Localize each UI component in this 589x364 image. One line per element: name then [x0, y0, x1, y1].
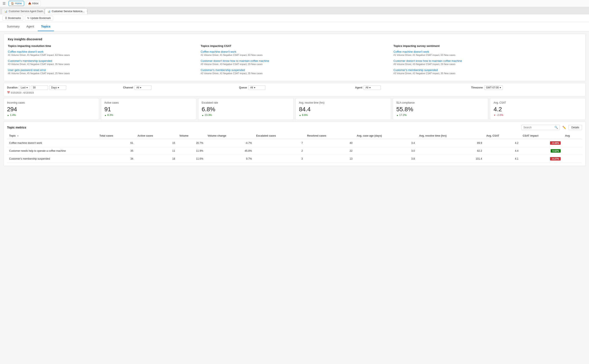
channel-label: Channel: [123, 86, 133, 89]
cell-resolved-1: 22: [305, 147, 355, 155]
insight-link-3-1[interactable]: Coffee machine doesn't work: [393, 50, 581, 53]
insights-grid: Topics impacting resolution time Coffee …: [8, 44, 581, 78]
cell-active-2: 18: [135, 155, 177, 163]
nav-summary[interactable]: Summary: [3, 22, 23, 31]
key-insights-title: Key insights discovered: [8, 38, 581, 41]
top-nav: Summary Agent Topics: [0, 22, 589, 31]
kpi-incoming-change-val: 1.4%: [10, 114, 16, 117]
kpi-incoming-change: ▲ 1.4%: [7, 114, 96, 117]
agent-select[interactable]: All ▾: [363, 85, 381, 90]
insight-item-3-3: Customer's membership suspended #3 Volum…: [393, 68, 581, 75]
channel-select[interactable]: All ▾: [135, 85, 151, 90]
col-active-cases: Active cases: [135, 133, 177, 139]
kpi-csat-arrow: ▼: [493, 114, 496, 116]
refresh-icon: ↻: [27, 17, 29, 20]
insight-link-1-3[interactable]: User gets password reset error: [8, 68, 196, 72]
duration-number: 30: [33, 86, 36, 89]
update-bookmark-button[interactable]: ↻ Update Bookmark: [25, 16, 53, 21]
cell-avg-1: [563, 147, 582, 155]
cell-vol-change-1: 45.8%: [205, 147, 254, 155]
cell-resolve-0: 89.9: [417, 139, 484, 147]
bookmarks-button[interactable]: ☰ Bookmarks: [3, 16, 23, 21]
insight-link-2-3[interactable]: Customer's membership suspended: [201, 68, 388, 72]
search-input[interactable]: [523, 126, 553, 129]
kpi-incoming-cases: Incoming cases 294 ▲ 1.4%: [3, 98, 99, 120]
cell-csat-impact-0: -0.44%: [521, 139, 563, 147]
col-avg-case-age: Avg. case age (days): [355, 133, 417, 139]
insight-item-2-3: Customer's membership suspended #3 Volum…: [201, 68, 388, 75]
details-button[interactable]: Details: [569, 125, 582, 130]
kpi-resolve-arrow: ▲: [299, 114, 301, 116]
topic-metrics-panel: Topic metrics 🔍 ✏️ Details Topic ▼ Total…: [3, 122, 586, 166]
nav-topics[interactable]: Topics: [38, 22, 54, 31]
insight-item-1-3: User gets password reset error #6 Volume…: [8, 68, 196, 75]
tab-icon-1: 📊: [5, 10, 7, 13]
duration-label: Duration: [7, 86, 18, 89]
edit-icon-button[interactable]: ✏️: [562, 125, 567, 130]
insights-col-csat: Topics impacting CSAT Coffee machine doe…: [201, 44, 388, 78]
kpi-active-change: ▲ 8.3%: [104, 114, 193, 117]
tab-agent-dash[interactable]: 📊 Customer Service Agent Dash...: [2, 8, 44, 14]
insight-link-1-2[interactable]: Customer's membership suspended: [8, 59, 196, 62]
cell-csat-impact-1: 0.62%: [521, 147, 563, 155]
search-box[interactable]: 🔍: [521, 125, 560, 130]
timezone-select[interactable]: GMT-07:00 ▾: [484, 85, 503, 90]
cell-escalated-2: 3: [254, 155, 305, 163]
inbox-button[interactable]: 📥 Inbox: [26, 1, 41, 6]
sort-icon-topic[interactable]: ▼: [17, 135, 19, 137]
agent-dropdown-icon: ▾: [369, 86, 371, 89]
cell-age-2: 3.8: [355, 155, 417, 163]
insight-meta-3-1: #1 Volume Driver, #1 Negative CSAT impac…: [393, 54, 581, 56]
queue-select[interactable]: All ▾: [248, 85, 265, 90]
cell-resolved-2: 13: [305, 155, 355, 163]
date-range-text: 5/15/2023 - 6/13/2023: [11, 91, 34, 94]
insight-link-3-2[interactable]: Customer doesn't know how to maintain co…: [393, 59, 581, 62]
top-app-bar: ☰ 🏠 Home 📥 Inbox: [0, 0, 589, 7]
tab-historical[interactable]: 📊 Customer Service historica... ✕: [45, 8, 87, 14]
queue-value: All: [250, 86, 253, 89]
duration-number-select[interactable]: 30: [31, 85, 48, 90]
inbox-label: Inbox: [32, 2, 38, 5]
insight-meta-1-2: #3 Volume Driver, #2 Negative CSAT impac…: [8, 63, 196, 65]
nav-agent[interactable]: Agent: [23, 22, 38, 31]
tab-close-icon[interactable]: ✕: [86, 10, 87, 13]
insight-item-3-1: Coffee machine doesn't work #1 Volume Dr…: [393, 50, 581, 56]
insight-link-1-1[interactable]: Coffee machine doesn't work: [8, 50, 196, 53]
insight-link-3-3[interactable]: Customer's membership suspended: [393, 68, 581, 72]
filter-duration: Duration Last ▾ 30 Days ▾: [7, 85, 118, 90]
col-topic: Topic ▼: [7, 133, 97, 139]
kpi-csat-value: 4.2: [493, 106, 582, 113]
timezone-dropdown-icon: ▾: [500, 86, 501, 89]
timezone-label: Timezone: [471, 86, 483, 89]
queue-dropdown-icon: ▾: [254, 86, 255, 89]
search-icon[interactable]: 🔍: [555, 126, 558, 129]
filter-queue: Queue All ▾: [239, 85, 350, 90]
col-avg-resolve-time: Avg. resolve time (hrs): [417, 133, 484, 139]
filter-agent: Agent All ▾: [355, 85, 466, 90]
insight-meta-2-3: #3 Volume Driver, #2 Negative CSAT impac…: [201, 72, 388, 75]
table-header-row: Topic ▼ Total cases Active cases Volume …: [7, 133, 582, 139]
topic-metrics-header: Topic metrics 🔍 ✏️ Details: [7, 125, 582, 130]
menu-icon[interactable]: ☰: [3, 1, 6, 6]
insight-link-2-1[interactable]: Coffee machine doesn't work: [201, 50, 388, 53]
duration-unit-dropdown-icon: ▾: [58, 86, 59, 89]
tab-label-1: Customer Service Agent Dash...: [9, 10, 44, 13]
duration-value-select[interactable]: Last ▾: [19, 85, 30, 90]
home-button[interactable]: 🏠 Home: [8, 1, 24, 6]
cell-resolve-2: 101.4: [417, 155, 484, 163]
cell-vol-change-0: -4.7%: [205, 139, 254, 147]
cell-volume-1: 11.9%: [177, 147, 205, 155]
bookmarks-bar: ☰ Bookmarks ↻ Update Bookmark: [0, 14, 589, 22]
kpi-csat-change: ▼ -2.6%: [493, 114, 582, 117]
cell-volume-0: 20.7%: [177, 139, 205, 147]
calendar-icon: 📅: [7, 91, 10, 94]
kpi-sla-change: ▲ 17.2%: [396, 114, 485, 117]
duration-unit-select[interactable]: Days ▾: [49, 85, 66, 90]
kpi-resolve-time: Avg. resolve time (hrs) 84.4 ▲ 8.6%: [295, 98, 391, 120]
kpi-incoming-label: Incoming cases: [7, 101, 96, 104]
insight-meta-2-2: #5 Volume Driver, #3 Negative CSAT impac…: [201, 63, 388, 65]
kpi-csat-label: Avg. CSAT: [493, 101, 582, 104]
insight-link-2-2[interactable]: Customer doesn't know how to maintain co…: [201, 59, 388, 62]
cell-total-0: 61: [97, 139, 135, 147]
csat-impact-badge-2: -0.27%: [550, 157, 561, 161]
